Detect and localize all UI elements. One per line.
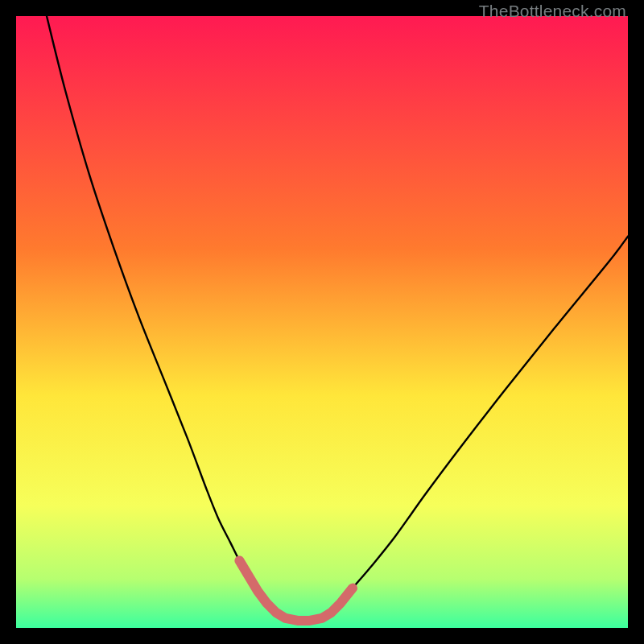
- watermark-text: TheBottleneck.com: [479, 2, 626, 21]
- frame: TheBottleneck.com: [0, 0, 644, 644]
- chart-svg: [16, 16, 628, 628]
- plot-area: [16, 16, 628, 628]
- gradient-background: [16, 16, 628, 628]
